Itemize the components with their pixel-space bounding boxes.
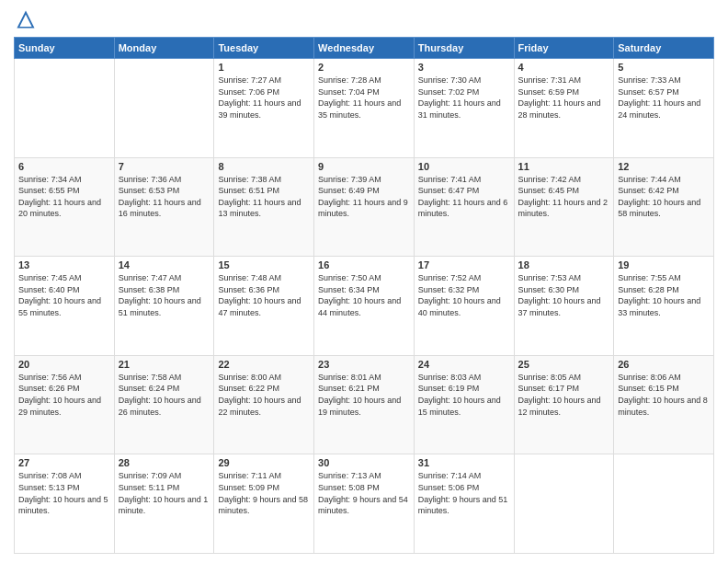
day-info: Sunrise: 7:42 AM Sunset: 6:45 PM Dayligh… [518, 174, 610, 220]
day-number: 12 [618, 161, 710, 172]
day-cell: 27Sunrise: 7:08 AM Sunset: 5:13 PM Dayli… [15, 454, 115, 554]
day-cell: 12Sunrise: 7:44 AM Sunset: 6:42 PM Dayli… [614, 157, 714, 257]
day-number: 11 [518, 161, 610, 172]
day-cell [614, 454, 714, 554]
day-info: Sunrise: 8:05 AM Sunset: 6:17 PM Dayligh… [518, 372, 610, 418]
day-info: Sunrise: 7:36 AM Sunset: 6:53 PM Dayligh… [119, 174, 210, 220]
day-cell: 16Sunrise: 7:50 AM Sunset: 6:34 PM Dayli… [314, 257, 415, 356]
day-info: Sunrise: 8:01 AM Sunset: 6:21 PM Dayligh… [318, 372, 410, 418]
week-row-4: 20Sunrise: 7:56 AM Sunset: 6:26 PM Dayli… [15, 355, 714, 454]
day-cell: 25Sunrise: 8:05 AM Sunset: 6:17 PM Dayli… [514, 355, 614, 454]
day-cell: 10Sunrise: 7:41 AM Sunset: 6:47 PM Dayli… [414, 157, 514, 257]
day-cell: 17Sunrise: 7:52 AM Sunset: 6:32 PM Dayli… [414, 257, 514, 356]
day-info: Sunrise: 7:08 AM Sunset: 5:13 PM Dayligh… [18, 470, 110, 516]
day-number: 2 [318, 62, 410, 73]
day-cell: 14Sunrise: 7:47 AM Sunset: 6:38 PM Dayli… [114, 257, 214, 356]
day-cell: 3Sunrise: 7:30 AM Sunset: 7:02 PM Daylig… [414, 59, 514, 158]
day-cell: 30Sunrise: 7:13 AM Sunset: 5:08 PM Dayli… [314, 454, 415, 554]
day-info: Sunrise: 7:27 AM Sunset: 7:06 PM Dayligh… [218, 75, 310, 121]
day-info: Sunrise: 7:41 AM Sunset: 6:47 PM Dayligh… [418, 174, 510, 220]
header [14, 9, 714, 29]
day-info: Sunrise: 7:44 AM Sunset: 6:42 PM Dayligh… [618, 174, 710, 220]
day-info: Sunrise: 7:50 AM Sunset: 6:34 PM Dayligh… [318, 272, 410, 318]
header-saturday: Saturday [614, 38, 714, 59]
day-info: Sunrise: 7:11 AM Sunset: 5:09 PM Dayligh… [218, 470, 310, 516]
header-thursday: Thursday [414, 38, 514, 59]
day-number: 16 [318, 259, 410, 270]
day-number: 1 [218, 62, 310, 73]
day-cell: 4Sunrise: 7:31 AM Sunset: 6:59 PM Daylig… [514, 59, 614, 158]
header-monday: Monday [114, 38, 214, 59]
day-cell: 2Sunrise: 7:28 AM Sunset: 7:04 PM Daylig… [314, 59, 415, 158]
day-number: 31 [418, 457, 510, 468]
day-number: 22 [218, 359, 310, 370]
day-info: Sunrise: 8:00 AM Sunset: 6:22 PM Dayligh… [218, 372, 310, 418]
week-row-2: 6Sunrise: 7:34 AM Sunset: 6:55 PM Daylig… [15, 157, 714, 257]
day-cell: 5Sunrise: 7:33 AM Sunset: 6:57 PM Daylig… [614, 59, 714, 158]
day-number: 18 [518, 259, 610, 270]
day-cell: 18Sunrise: 7:53 AM Sunset: 6:30 PM Dayli… [514, 257, 614, 356]
day-number: 17 [418, 259, 510, 270]
day-number: 26 [618, 359, 710, 370]
day-info: Sunrise: 7:52 AM Sunset: 6:32 PM Dayligh… [418, 272, 510, 318]
day-number: 4 [518, 62, 610, 73]
day-cell: 7Sunrise: 7:36 AM Sunset: 6:53 PM Daylig… [114, 157, 214, 257]
day-cell [114, 59, 214, 158]
day-number: 19 [618, 259, 710, 270]
day-number: 21 [119, 359, 210, 370]
week-row-1: 1Sunrise: 7:27 AM Sunset: 7:06 PM Daylig… [15, 59, 714, 158]
day-cell: 15Sunrise: 7:48 AM Sunset: 6:36 PM Dayli… [214, 257, 314, 356]
day-cell: 20Sunrise: 7:56 AM Sunset: 6:26 PM Dayli… [15, 355, 115, 454]
day-number: 6 [18, 161, 110, 172]
day-number: 20 [18, 359, 110, 370]
day-info: Sunrise: 7:28 AM Sunset: 7:04 PM Dayligh… [318, 75, 410, 121]
day-number: 28 [119, 457, 210, 468]
header-wednesday: Wednesday [314, 38, 415, 59]
day-info: Sunrise: 7:47 AM Sunset: 6:38 PM Dayligh… [119, 272, 210, 318]
day-number: 25 [518, 359, 610, 370]
day-number: 30 [318, 457, 410, 468]
day-cell [514, 454, 614, 554]
day-cell: 13Sunrise: 7:45 AM Sunset: 6:40 PM Dayli… [15, 257, 115, 356]
day-number: 3 [418, 62, 510, 73]
day-info: Sunrise: 7:48 AM Sunset: 6:36 PM Dayligh… [218, 272, 310, 318]
day-info: Sunrise: 7:39 AM Sunset: 6:49 PM Dayligh… [318, 174, 410, 220]
day-number: 8 [218, 161, 310, 172]
day-info: Sunrise: 7:31 AM Sunset: 6:59 PM Dayligh… [518, 75, 610, 121]
header-friday: Friday [514, 38, 614, 59]
day-cell: 6Sunrise: 7:34 AM Sunset: 6:55 PM Daylig… [15, 157, 115, 257]
logo-icon [16, 9, 36, 29]
day-number: 23 [318, 359, 410, 370]
day-number: 24 [418, 359, 510, 370]
calendar-table: Sunday Monday Tuesday Wednesday Thursday… [14, 37, 714, 554]
day-number: 15 [218, 259, 310, 270]
day-info: Sunrise: 8:03 AM Sunset: 6:19 PM Dayligh… [418, 372, 510, 418]
day-cell: 1Sunrise: 7:27 AM Sunset: 7:06 PM Daylig… [214, 59, 314, 158]
page: Sunday Monday Tuesday Wednesday Thursday… [0, 0, 728, 563]
header-sunday: Sunday [15, 38, 115, 59]
day-info: Sunrise: 7:53 AM Sunset: 6:30 PM Dayligh… [518, 272, 610, 318]
weekday-header-row: Sunday Monday Tuesday Wednesday Thursday… [15, 38, 714, 59]
day-info: Sunrise: 7:56 AM Sunset: 6:26 PM Dayligh… [18, 372, 110, 418]
day-cell: 19Sunrise: 7:55 AM Sunset: 6:28 PM Dayli… [614, 257, 714, 356]
day-number: 27 [18, 457, 110, 468]
day-cell: 9Sunrise: 7:39 AM Sunset: 6:49 PM Daylig… [314, 157, 415, 257]
day-number: 13 [18, 259, 110, 270]
day-cell: 11Sunrise: 7:42 AM Sunset: 6:45 PM Dayli… [514, 157, 614, 257]
day-cell [15, 59, 115, 158]
day-cell: 23Sunrise: 8:01 AM Sunset: 6:21 PM Dayli… [314, 355, 415, 454]
day-info: Sunrise: 8:06 AM Sunset: 6:15 PM Dayligh… [618, 372, 710, 418]
day-cell: 26Sunrise: 8:06 AM Sunset: 6:15 PM Dayli… [614, 355, 714, 454]
day-number: 7 [119, 161, 210, 172]
day-info: Sunrise: 7:30 AM Sunset: 7:02 PM Dayligh… [418, 75, 510, 121]
day-info: Sunrise: 7:09 AM Sunset: 5:11 PM Dayligh… [119, 470, 210, 516]
day-info: Sunrise: 7:14 AM Sunset: 5:06 PM Dayligh… [418, 470, 510, 516]
header-tuesday: Tuesday [214, 38, 314, 59]
week-row-3: 13Sunrise: 7:45 AM Sunset: 6:40 PM Dayli… [15, 257, 714, 356]
day-number: 14 [119, 259, 210, 270]
day-info: Sunrise: 7:58 AM Sunset: 6:24 PM Dayligh… [119, 372, 210, 418]
day-info: Sunrise: 7:45 AM Sunset: 6:40 PM Dayligh… [18, 272, 110, 318]
day-cell: 29Sunrise: 7:11 AM Sunset: 5:09 PM Dayli… [214, 454, 314, 554]
day-number: 9 [318, 161, 410, 172]
day-info: Sunrise: 7:34 AM Sunset: 6:55 PM Dayligh… [18, 174, 110, 220]
